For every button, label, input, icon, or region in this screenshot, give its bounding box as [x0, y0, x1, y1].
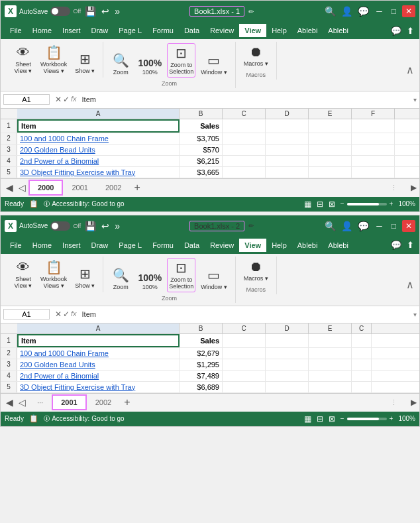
rename-icon-2[interactable]: ✏ — [247, 222, 255, 229]
show-btn-2[interactable]: ⊞ Show ▾ — [72, 264, 97, 291]
col-header-f-1[interactable]: F — [352, 109, 395, 119]
formula-check-icon-2[interactable]: ✓ — [63, 310, 70, 319]
cell-d4-2[interactable] — [266, 371, 309, 381]
menu-view-2[interactable]: View — [239, 239, 266, 252]
cell-e5-1[interactable] — [309, 167, 352, 178]
sheet-tab-2000-1[interactable]: 2000 — [28, 180, 63, 196]
cell-e5-2[interactable] — [309, 382, 352, 392]
cell-d1-2[interactable] — [266, 334, 309, 347]
undo-icon-1[interactable]: ↩ — [100, 6, 111, 17]
cell-a1-1[interactable]: Item — [17, 119, 180, 133]
cell-f4-1[interactable] — [352, 156, 395, 166]
cell-ref-box-1[interactable]: A1 — [3, 94, 50, 105]
cell-c2-2[interactable] — [223, 348, 266, 359]
cell-d2-1[interactable] — [266, 133, 309, 144]
zoom-minus-1[interactable]: − — [341, 200, 344, 207]
search-icon-2[interactable]: 🔍 — [323, 221, 337, 231]
workbook-views-btn-2[interactable]: 📋 WorkbookViews ▾ — [38, 258, 70, 291]
menu-formu-1[interactable]: Formu — [147, 24, 179, 37]
cell-b1-1[interactable]: Sales — [180, 119, 223, 133]
menu-data-1[interactable]: Data — [179, 24, 205, 37]
cell-ref-box-2[interactable]: A1 — [3, 309, 50, 320]
save-icon-1[interactable]: 💾 — [83, 6, 97, 17]
menu-home-1[interactable]: Home — [27, 24, 57, 37]
maximize-btn-1[interactable]: □ — [388, 5, 399, 17]
cell-e1-2[interactable] — [309, 334, 352, 347]
cell-d4-1[interactable] — [266, 156, 309, 166]
menu-review-2[interactable]: Review — [205, 239, 239, 252]
workbook-views-btn-1[interactable]: 📋 WorkbookViews ▾ — [38, 43, 70, 76]
menu-data-2[interactable]: Data — [179, 239, 205, 252]
zoom-slider-2[interactable]: − + — [341, 415, 394, 422]
ribbon-collapse-btn-1[interactable]: ∧ — [406, 64, 414, 88]
tab-add-btn-2[interactable]: + — [120, 395, 134, 410]
cell-f1-1[interactable] — [352, 119, 395, 133]
cell-f5-2[interactable] — [352, 382, 372, 392]
zoom-percent-2[interactable]: 100% — [398, 415, 415, 422]
share-btn-1[interactable]: ⬆ — [405, 25, 415, 37]
cell-f3-2[interactable] — [352, 359, 372, 370]
menu-ablebi1-2[interactable]: Ablebi — [292, 239, 323, 252]
cell-c5-2[interactable] — [223, 382, 266, 392]
cell-f2-1[interactable] — [352, 133, 395, 144]
formula-x-icon-2[interactable]: ✕ — [55, 310, 62, 319]
ribbon-collapse-btn-2[interactable]: ∧ — [406, 278, 414, 303]
sheet-tab-ellipsis-2[interactable]: ··· — [28, 396, 52, 410]
more-icon-1[interactable]: » — [113, 6, 121, 17]
col-header-d-2[interactable]: D — [266, 323, 309, 333]
comment-icon-1[interactable]: 💬 — [356, 6, 370, 17]
cell-d3-2[interactable] — [266, 359, 309, 370]
menu-pagel-1[interactable]: Page L — [113, 24, 147, 37]
cell-c1-1[interactable] — [223, 119, 266, 133]
cell-d2-2[interactable] — [266, 348, 309, 359]
macros-btn-1[interactable]: ⏺ Macros ▾ — [241, 43, 271, 69]
share-icon-2[interactable]: 👤 — [340, 221, 354, 231]
cell-a3-1[interactable]: 200 Golden Bead Units — [17, 145, 180, 155]
cell-f3-1[interactable] — [352, 145, 395, 155]
sheet-view-btn-1[interactable]: 👁 SheetView ▾ — [11, 44, 35, 76]
cell-b3-1[interactable]: $570 — [180, 145, 223, 155]
col-header-c-1[interactable]: C — [223, 109, 266, 119]
menu-file-2[interactable]: File — [5, 239, 27, 252]
menu-view-1[interactable]: View — [239, 24, 266, 37]
comment-btn-1[interactable]: 💬 — [390, 25, 403, 37]
cell-e3-1[interactable] — [309, 145, 352, 155]
cell-e2-2[interactable] — [309, 348, 352, 359]
zoom-btn-2[interactable]: 🔍 Zoom — [109, 266, 132, 292]
menu-file-1[interactable]: File — [5, 24, 27, 37]
menu-formu-2[interactable]: Formu — [147, 239, 179, 252]
col-header-e-2[interactable]: E — [309, 323, 352, 333]
cell-d1-1[interactable] — [266, 119, 309, 133]
close-btn-1[interactable]: ✕ — [402, 5, 415, 17]
search-icon-1[interactable]: 🔍 — [323, 6, 337, 17]
cell-a5-1[interactable]: 3D Object Fitting Exercise with Tray — [17, 167, 180, 178]
zoom-plus-1[interactable]: + — [390, 200, 394, 207]
tab-nav-prev2-2[interactable]: ◁ — [16, 396, 28, 409]
col-header-a-1[interactable]: A — [17, 109, 180, 119]
window-btn-2[interactable]: ▭ Window ▾ — [198, 266, 230, 292]
cell-c3-2[interactable] — [223, 359, 266, 370]
sheet-tab-2002-1[interactable]: 2002 — [97, 181, 130, 195]
cell-f2-2[interactable] — [352, 348, 372, 359]
scroll-right-2[interactable]: ▶ — [411, 398, 417, 407]
col-header-a-2[interactable]: A — [17, 323, 180, 333]
zoom-plus-2[interactable]: + — [390, 415, 394, 422]
undo-icon-2[interactable]: ↩ — [100, 221, 111, 231]
normal-view-btn-2[interactable]: ▦ — [304, 414, 311, 424]
show-btn-1[interactable]: ⊞ Show ▾ — [72, 50, 97, 76]
zoom-to-selection-btn-2[interactable]: ⊡ Zoom toSelection — [167, 258, 195, 292]
minimize-btn-2[interactable]: ─ — [373, 220, 386, 232]
zoom-percent-1[interactable]: 100% — [398, 200, 415, 207]
menu-ablebi2-2[interactable]: Ablebi — [323, 239, 354, 252]
cell-c4-2[interactable] — [223, 371, 266, 381]
cell-a2-2[interactable]: 100 and 1000 Chain Frame — [17, 348, 180, 359]
autosave-toggle-2[interactable] — [50, 221, 70, 231]
cell-d3-1[interactable] — [266, 145, 309, 155]
col-header-b-2[interactable]: B — [180, 323, 223, 333]
cell-a4-2[interactable]: 2nd Power of a Binomial — [17, 371, 180, 381]
menu-insert-1[interactable]: Insert — [57, 24, 86, 37]
cell-a5-2[interactable]: 3D Object Fitting Exercise with Tray — [17, 382, 180, 392]
cell-e2-1[interactable] — [309, 133, 352, 144]
share-btn-2[interactable]: ⬆ — [405, 239, 415, 251]
formula-expand-1[interactable]: ▾ — [413, 96, 417, 103]
